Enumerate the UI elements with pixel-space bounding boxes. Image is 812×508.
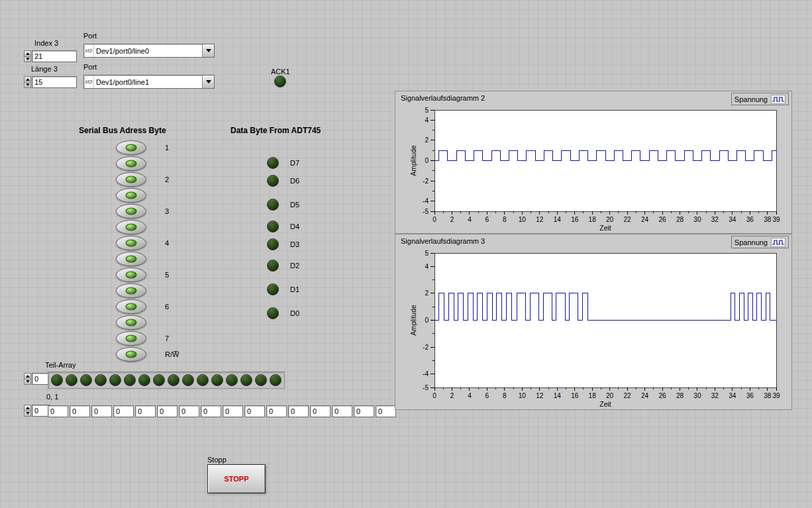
serial-bit-button[interactable] — [116, 252, 146, 266]
svg-text:2: 2 — [450, 216, 454, 223]
bit-value-cell[interactable]: 0 — [354, 405, 374, 417]
laenge3-control: 15 — [24, 76, 77, 88]
green-indicator-icon — [126, 351, 137, 358]
chart-legend[interactable]: Spannung — [731, 93, 789, 105]
bit-value-cell[interactable]: 0 — [113, 405, 134, 417]
teil-array-led — [51, 374, 63, 386]
decrement-button[interactable] — [24, 82, 31, 89]
decrement-button[interactable] — [24, 379, 31, 385]
bit-value-cell[interactable]: 0 — [91, 405, 112, 417]
data-byte-led — [267, 283, 279, 295]
index3-control: 21 — [24, 50, 77, 62]
svg-text:5: 5 — [425, 107, 429, 114]
svg-text:10: 10 — [519, 392, 527, 399]
data-byte-row: D6 — [267, 175, 299, 186]
teil-array-spinner — [24, 373, 31, 385]
bit-value-cell[interactable]: 0 — [223, 405, 243, 417]
serial-bit-button[interactable] — [116, 204, 146, 219]
serial-bit-button[interactable] — [116, 347, 146, 362]
bit-value-cell[interactable]: 0 — [135, 405, 156, 417]
increment-button[interactable] — [24, 50, 31, 56]
teil-array-led — [138, 374, 150, 386]
svg-text:18: 18 — [589, 392, 597, 399]
chart-legend[interactable]: Spannung — [731, 236, 789, 248]
port0-combo[interactable]: I/O Dev1/port0/line0 — [83, 44, 215, 58]
serial-bit-button[interactable] — [116, 220, 146, 234]
bit-value-cell[interactable]: 0 — [332, 405, 352, 417]
bit-value-cell[interactable]: 0 — [244, 405, 265, 417]
serial-row-label: 3 — [165, 207, 169, 215]
bit-value-cell[interactable]: 0 — [376, 405, 396, 417]
serial-bit-button[interactable] — [116, 331, 146, 346]
serial-bit-row: 3 — [116, 205, 169, 218]
svg-text:14: 14 — [554, 392, 562, 399]
data-byte-label: D5 — [290, 201, 299, 209]
port1-combo[interactable]: I/O Dev1/port0/line1 — [83, 75, 215, 89]
laenge3-field[interactable]: 15 — [32, 76, 77, 88]
bit-value-cell[interactable]: 0 — [179, 405, 199, 417]
green-indicator-icon — [126, 287, 137, 295]
svg-text:28: 28 — [676, 392, 684, 399]
index3-spinner — [24, 50, 31, 62]
serial-bit-button[interactable] — [116, 140, 146, 155]
svg-text:36: 36 — [746, 216, 754, 223]
ack1-label: ACK1 — [271, 68, 290, 76]
svg-text:32: 32 — [711, 216, 719, 223]
bit-value-cell[interactable]: 0 — [157, 405, 178, 417]
green-indicator-icon — [126, 240, 137, 247]
svg-text:34: 34 — [729, 392, 736, 399]
bit-value-cell[interactable]: 0 — [201, 405, 221, 417]
stop-label: Stopp — [207, 456, 227, 464]
svg-text:39: 39 — [772, 216, 780, 223]
serial-bit-row — [116, 284, 146, 297]
port1-dropdown-button[interactable] — [202, 76, 214, 88]
svg-text:30: 30 — [693, 392, 701, 399]
waveform-plot: 5420-2-4-5024681012141618202224262830323… — [396, 106, 789, 234]
svg-text:2: 2 — [425, 289, 429, 297]
serial-bit-button[interactable] — [116, 172, 146, 187]
green-indicator-icon — [126, 319, 137, 327]
legend-label: Spannung — [735, 95, 768, 103]
bit-value-cell[interactable]: 0 — [70, 405, 90, 417]
teil-array-led — [124, 374, 136, 386]
green-indicator-icon — [126, 224, 137, 231]
port1-value[interactable]: Dev1/port0/line1 — [94, 76, 202, 88]
laenge3-spinner — [24, 76, 31, 88]
bit-value-cell[interactable]: 0 — [266, 405, 287, 417]
serial-bit-button[interactable] — [116, 315, 146, 330]
serial-row-label: 4 — [165, 239, 169, 247]
teil-array-led — [109, 374, 121, 386]
green-indicator-icon — [126, 272, 137, 279]
bit-value-cell[interactable]: 0 — [48, 405, 68, 417]
data-byte-led — [267, 238, 279, 250]
bit-value-cell[interactable]: 0 — [288, 405, 309, 417]
bit-value-cell[interactable]: 0 — [310, 405, 330, 417]
svg-text:-4: -4 — [423, 370, 429, 378]
serial-bit-button[interactable] — [116, 268, 146, 282]
data-byte-led — [267, 221, 279, 232]
serial-bit-button[interactable] — [116, 188, 146, 203]
index3-label: Index 3 — [34, 39, 58, 47]
serial-row-label: 2 — [165, 176, 169, 183]
port0-value[interactable]: Dev1/port0/line0 — [94, 44, 202, 57]
svg-text:6: 6 — [485, 216, 489, 223]
serial-bit-button[interactable] — [116, 156, 146, 171]
serial-bit-button[interactable] — [116, 283, 146, 298]
stop-button[interactable]: STOPP — [207, 464, 266, 493]
increment-button[interactable] — [24, 405, 31, 411]
index3-field[interactable]: 21 — [32, 50, 77, 62]
increment-button[interactable] — [24, 373, 31, 379]
svg-text:30: 30 — [693, 216, 701, 223]
serial-bit-row: 7 — [116, 332, 169, 345]
port0-dropdown-button[interactable] — [202, 44, 214, 57]
teil-array-led — [211, 374, 223, 386]
svg-text:4: 4 — [468, 216, 472, 223]
svg-text:32: 32 — [711, 392, 719, 399]
serial-bit-button[interactable] — [116, 236, 146, 250]
decrement-button[interactable] — [24, 56, 31, 63]
svg-text:38: 38 — [764, 216, 772, 223]
serial-bit-row: 5 — [116, 268, 169, 281]
decrement-button[interactable] — [24, 411, 31, 417]
serial-bit-button[interactable] — [116, 299, 146, 314]
increment-button[interactable] — [24, 76, 31, 82]
